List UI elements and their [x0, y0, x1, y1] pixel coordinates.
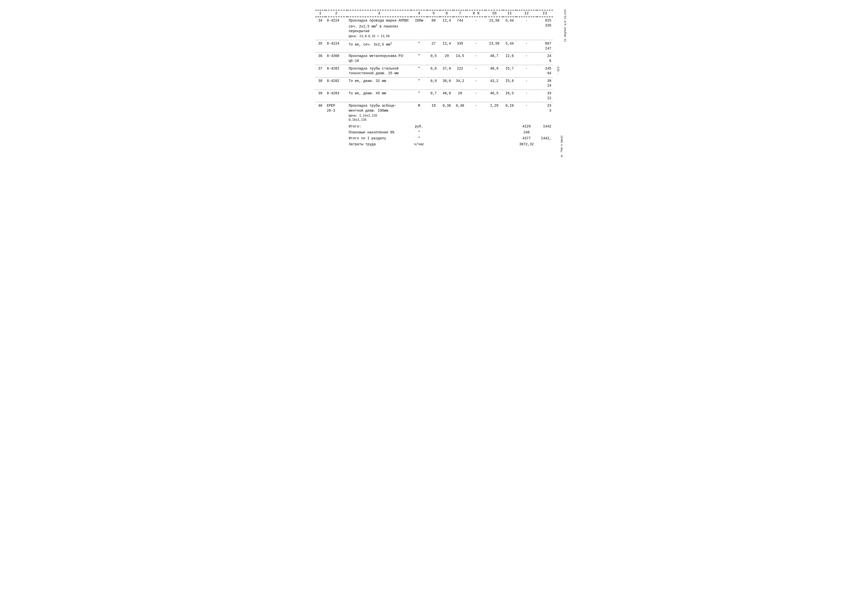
row-col10: 43,2: [486, 77, 503, 90]
row-col89: -: [467, 77, 485, 90]
row-col6: I2,4: [440, 17, 453, 40]
total-col12: 4377: [516, 135, 537, 141]
row-desc: Прокладка металлорукава РЗ-ЦХ-16: [347, 53, 411, 65]
total-col13: [537, 129, 553, 135]
row-col13: 23 3: [537, 102, 553, 124]
row-col89: -: [467, 102, 485, 124]
total-unit: ": [411, 135, 427, 141]
total-col12: 3072,32: [516, 141, 537, 147]
header-col2: 2: [326, 10, 347, 17]
table-row: 40 ЕРЕР26-3 Прокладка трубы асбоце-ментн…: [315, 102, 553, 124]
row-col5: 6,0: [427, 65, 440, 77]
total-col13: I442: [537, 124, 553, 129]
row-col11: 5,44: [503, 40, 516, 53]
total-unit: ": [411, 129, 427, 135]
total-row: Плановые накопления 6% " 248: [315, 129, 553, 135]
row-col5: I8: [427, 102, 440, 124]
row-num: 35: [315, 40, 326, 53]
row-col12: -: [516, 102, 537, 124]
row-col6: 38,0: [440, 77, 453, 90]
row-col13: 39 I4: [537, 77, 553, 90]
row-col5: 0,9: [427, 77, 440, 90]
row-col12: -: [516, 77, 537, 90]
total-unit: руб.: [411, 124, 427, 129]
table-row: 36 8-4360 Прокладка металлорукава РЗ-ЦХ-…: [315, 53, 553, 65]
row-col13: 8I5 326: [537, 17, 553, 40]
row-code: 8-4282: [326, 77, 347, 90]
row-col12: -: [516, 65, 537, 77]
row-col6: I2,4: [440, 40, 453, 53]
header-col6: 6: [440, 10, 453, 17]
row-unit: ": [411, 77, 427, 90]
row-col5: 0,5: [427, 53, 440, 65]
right-margin-top-label: 122/41-3/5 Альбом II: [563, 9, 566, 42]
row-col11: I6,5: [503, 90, 516, 102]
row-col5: 27: [427, 40, 440, 53]
row-code: 8-4360: [326, 53, 347, 65]
row-num: 38: [315, 77, 326, 90]
table-header: I 2 3 4 5 6 7 8 9 IO II I2 I3 122/41-3/5…: [315, 10, 553, 17]
row-col89: -: [467, 53, 485, 65]
header-col13: I3 122/41-3/5 Альбом II: [537, 10, 553, 17]
table-row: 38 8-4282 То же, диам. 32 мм " 0,9 38,0 …: [315, 77, 553, 90]
page-container: I 2 3 4 5 6 7 8 9 IO II I2 I3 122/41-3/5…: [315, 10, 553, 147]
row-col5: 0,7: [427, 90, 440, 102]
row-code: ЕРЕР26-3: [326, 102, 347, 124]
total-col12: 248: [516, 129, 537, 135]
row-desc: Прокладка трубы стальной тонкостенной ди…: [347, 65, 411, 77]
row-col5: 60: [427, 17, 440, 40]
row-col6: 29: [440, 53, 453, 65]
row-col11: I2,6: [503, 53, 516, 65]
row-col7: I4,5: [453, 53, 467, 65]
row-col10: I3,58: [486, 17, 503, 40]
header-col11: II: [503, 10, 516, 17]
row-unit: ": [411, 90, 427, 102]
total-label: Плановые накопления 6%: [347, 129, 411, 135]
row-unit: IOOм: [411, 17, 427, 40]
row-col10: I3,58: [486, 40, 503, 53]
row-col12: -: [516, 53, 537, 65]
row-col7: 744: [453, 17, 467, 40]
row-desc: Прокладка провода марки АППВС сеч. 2x2,5…: [347, 17, 411, 40]
table-row: 37 8-428I Прокладка трубы стальной тонко…: [315, 65, 553, 77]
total-label: Итого по I разделу: [347, 135, 411, 141]
row-col89: -: [467, 40, 485, 53]
total-col13: [537, 141, 553, 147]
row-col11: I5,8: [503, 77, 516, 90]
row-col7: 6,48: [453, 102, 467, 124]
row-col7: 34,2: [453, 77, 467, 90]
row-unit: М: [411, 102, 427, 124]
row-num: 39: [315, 90, 326, 102]
row-col11: I5,7: [503, 65, 516, 77]
row-code: 8-428I: [326, 65, 347, 77]
row-col10: 40,9: [486, 65, 503, 77]
table-row: 35 8-4224 То же, сеч. 3x2,5 мм2 " 27 I2,…: [315, 40, 553, 53]
row-col13: 24 6: [537, 53, 553, 65]
row-col6: 37,0: [440, 65, 453, 77]
row-col7: 222: [453, 65, 467, 77]
row-col10: I,29: [486, 102, 503, 124]
row-col10: 48,7: [486, 53, 503, 65]
row-col11: 5,44: [503, 17, 516, 40]
row-col12: -: [516, 17, 537, 40]
row-desc: То же, диам. 32 мм: [347, 77, 411, 90]
row-col12: -: [516, 90, 537, 102]
row-code: 8-4283: [326, 90, 347, 102]
row-desc: Прокладка трубы асбоце-ментной диам. IOO…: [347, 102, 411, 124]
row-col89: -: [467, 17, 485, 40]
row-col13: 245 94 -I3I -: [537, 65, 553, 77]
row-col7: 335: [453, 40, 467, 53]
row-desc: То же, сеч. 3x2,5 мм2: [347, 40, 411, 53]
row-num: 34: [315, 17, 326, 40]
total-row: Затраты труда ч/час 3072,32: [315, 141, 553, 147]
row-col6: 40,0: [440, 90, 453, 102]
header-col10: IO: [486, 10, 503, 17]
row-col89: -: [467, 90, 485, 102]
row-col13: 33 I2: [537, 90, 553, 102]
row-unit: ": [411, 40, 427, 53]
right-margin-bottom-label: 15490 6 Ниц. 40: [560, 135, 563, 157]
row-unit: ": [411, 65, 427, 77]
row-col6: 0,36: [440, 102, 453, 124]
row-col13: 867 I47: [537, 40, 553, 53]
row-col10: 46,5: [486, 90, 503, 102]
